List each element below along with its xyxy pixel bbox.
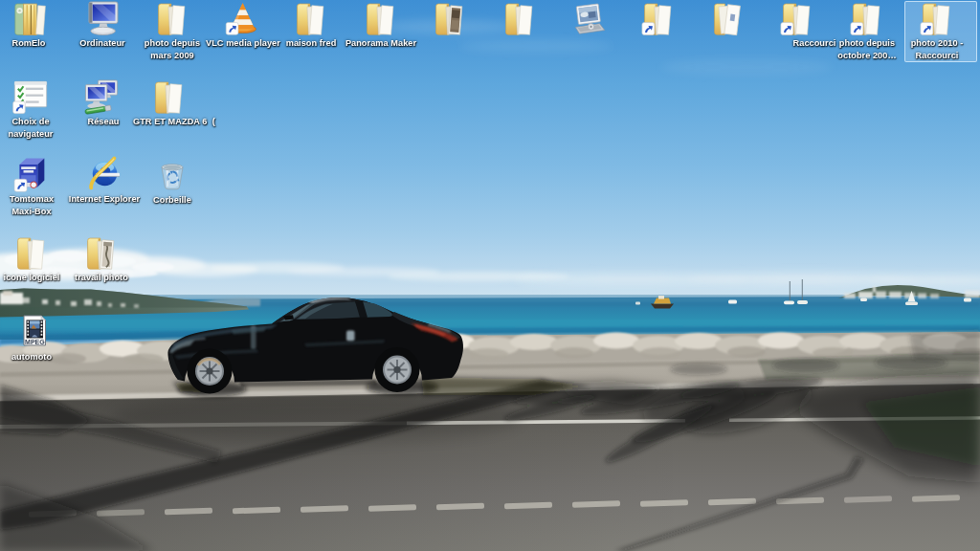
svg-text:MPEG: MPEG: [25, 339, 45, 345]
